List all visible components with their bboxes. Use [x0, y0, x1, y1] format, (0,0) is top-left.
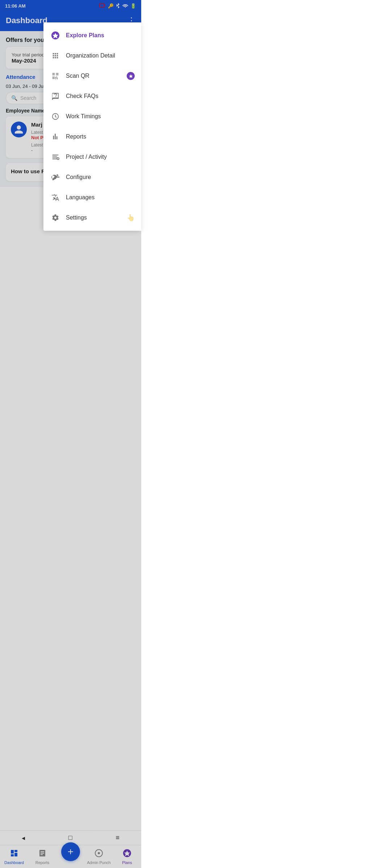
wrench-icon	[51, 173, 60, 182]
project-activity-label: Project / Activity	[66, 154, 107, 160]
svg-marker-8	[129, 74, 133, 78]
premium-badge-qr	[127, 72, 135, 80]
cursor-icon: 👆	[127, 214, 135, 222]
organization-detail-label: Organization Detail	[66, 52, 115, 59]
menu-item-reports[interactable]: Reports	[43, 127, 141, 147]
dropdown-menu: Explore Plans Organization Detail Scan Q…	[43, 22, 141, 231]
menu-item-settings[interactable]: Settings 👆	[43, 208, 141, 228]
translate-icon	[51, 193, 60, 202]
settings-label: Settings	[66, 214, 87, 221]
menu-item-languages[interactable]: Languages	[43, 187, 141, 208]
gear-icon	[51, 213, 60, 222]
star-icon	[51, 31, 60, 40]
languages-label: Languages	[66, 194, 94, 201]
reports-label: Reports	[66, 133, 86, 140]
menu-item-work-timings[interactable]: Work Timings	[43, 106, 141, 127]
explore-plans-label: Explore Plans	[66, 32, 104, 39]
menu-item-scan-qr[interactable]: Scan QR	[43, 66, 141, 86]
organization-icon	[51, 51, 60, 60]
bar-chart-icon	[51, 132, 60, 141]
configure-label: Configure	[66, 174, 91, 180]
menu-item-explore-plans[interactable]: Explore Plans	[43, 25, 141, 46]
project-icon	[51, 152, 60, 162]
menu-item-organization-detail[interactable]: Organization Detail	[43, 46, 141, 66]
menu-item-check-faqs[interactable]: Check FAQs	[43, 86, 141, 106]
menu-overlay[interactable]: Explore Plans Organization Detail Scan Q…	[0, 0, 141, 305]
faq-icon	[51, 92, 60, 101]
menu-item-project-activity[interactable]: Project / Activity	[43, 147, 141, 167]
clock-icon	[51, 112, 60, 121]
check-faqs-label: Check FAQs	[66, 93, 98, 99]
scan-qr-label: Scan QR	[66, 73, 89, 79]
qr-icon	[51, 71, 60, 81]
menu-item-configure[interactable]: Configure	[43, 167, 141, 187]
work-timings-label: Work Timings	[66, 113, 101, 120]
